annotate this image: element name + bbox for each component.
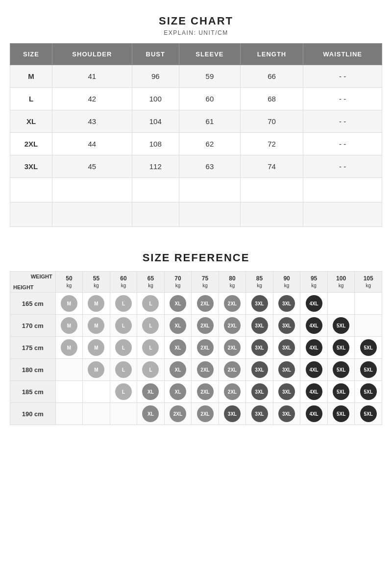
ref-size-cell: 4XL	[300, 381, 328, 403]
ref-size-cell: 4XL	[300, 293, 328, 315]
ref-size-cell: 2XL	[192, 359, 219, 381]
table-row: M41965966- -	[10, 65, 382, 88]
size-bubble: XL	[170, 339, 186, 356]
ref-size-cell: 2XL	[219, 381, 246, 403]
ref-size-cell: XL	[137, 381, 165, 403]
size-chart-header-row: SIZESHOULDERBUSTSLEEVELENGTHWAISTLINE	[10, 44, 382, 65]
size-bubble: 4XL	[306, 317, 322, 334]
ref-size-cell: 3XL	[246, 359, 273, 381]
size-chart-title: SIZE CHART	[10, 15, 382, 27]
ref-size-cell: 3XL	[273, 315, 300, 337]
size-reference-title: SIZE REFERENCE	[10, 251, 382, 264]
ref-size-cell: 4XL	[300, 403, 328, 425]
ref-weight-header: 105kg	[355, 272, 382, 293]
size-bubble: 3XL	[278, 361, 295, 378]
ref-size-cell: M	[83, 293, 110, 315]
size-bubble: 5XL	[360, 339, 377, 356]
size-bubble: M	[61, 317, 77, 334]
ref-size-cell: 2XL	[219, 337, 246, 359]
size-bubble: 3XL	[251, 383, 268, 400]
ref-size-cell	[327, 293, 355, 315]
ref-size-cell: 2XL	[192, 315, 219, 337]
ref-size-cell: M	[55, 293, 83, 315]
ref-size-cell: 5XL	[355, 337, 382, 359]
ref-size-cell: M	[83, 359, 110, 381]
page-container: SIZE CHART EXPLAIN: UNIT/CM SIZESHOULDER…	[10, 15, 382, 425]
ref-weight-header: 75kg	[192, 272, 219, 293]
size-bubble: 5XL	[333, 405, 349, 422]
ref-size-cell: M	[55, 337, 83, 359]
size-bubble: L	[142, 317, 159, 334]
size-chart-section: SIZE CHART EXPLAIN: UNIT/CM SIZESHOULDER…	[10, 15, 382, 227]
size-bubble: 5XL	[360, 361, 377, 378]
size-chart-header-bust: BUST	[132, 44, 179, 65]
ref-size-cell: 3XL	[273, 403, 300, 425]
size-bubble: 2XL	[170, 405, 186, 422]
size-chart-header-size: SIZE	[10, 44, 52, 65]
size-bubble: 4XL	[306, 383, 322, 400]
ref-size-cell: 5XL	[327, 381, 355, 403]
size-bubble: 3XL	[251, 339, 268, 356]
ref-size-cell: XL	[164, 359, 192, 381]
ref-size-cell: 5XL	[327, 315, 355, 337]
ref-size-cell: 2XL	[192, 293, 219, 315]
ref-size-cell: 2XL	[219, 315, 246, 337]
ref-size-cell	[83, 381, 110, 403]
size-bubble: 3XL	[278, 383, 295, 400]
ref-size-cell: 2XL	[192, 403, 219, 425]
ref-size-cell: 3XL	[246, 293, 273, 315]
ref-size-cell: XL	[164, 293, 192, 315]
ref-size-cell: 5XL	[355, 359, 382, 381]
ref-size-cell: XL	[164, 381, 192, 403]
size-bubble: M	[88, 317, 104, 334]
table-row-empty	[10, 202, 382, 227]
ref-size-cell: 4XL	[300, 359, 328, 381]
size-bubble: 3XL	[251, 361, 268, 378]
size-bubble: 2XL	[197, 405, 214, 422]
size-chart-table: SIZESHOULDERBUSTSLEEVELENGTHWAISTLINE M4…	[10, 43, 382, 227]
ref-size-cell	[83, 403, 110, 425]
ref-table-row: 170 cmMMLLXL2XL2XL3XL3XL4XL5XL	[10, 315, 382, 337]
size-bubble: 4XL	[306, 295, 322, 312]
ref-weight-header: 85kg	[246, 272, 273, 293]
corner-header: WEIGHTHEIGHT	[10, 272, 56, 293]
ref-height-cell: 180 cm	[10, 359, 56, 381]
size-bubble: 4XL	[306, 405, 322, 422]
ref-size-cell: 3XL	[273, 359, 300, 381]
size-bubble: 3XL	[278, 295, 295, 312]
size-bubble: 5XL	[360, 383, 377, 400]
ref-size-cell: 2XL	[219, 293, 246, 315]
ref-size-cell: 2XL	[192, 337, 219, 359]
size-bubble: L	[115, 339, 132, 356]
ref-size-cell: 4XL	[300, 315, 328, 337]
ref-size-cell: 3XL	[219, 403, 246, 425]
size-bubble: 2XL	[224, 361, 241, 378]
ref-size-cell: M	[83, 315, 110, 337]
ref-height-cell: 175 cm	[10, 337, 56, 359]
ref-size-cell: L	[137, 293, 165, 315]
ref-size-cell: 3XL	[246, 337, 273, 359]
size-bubble: L	[115, 295, 132, 312]
ref-table-row: 165 cmMMLLXL2XL2XL3XL3XL4XL	[10, 293, 382, 315]
ref-weight-header: 65kg	[137, 272, 165, 293]
size-bubble: 3XL	[251, 317, 268, 334]
size-bubble: 2XL	[197, 317, 214, 334]
ref-size-cell: 2XL	[219, 359, 246, 381]
ref-size-cell: XL	[137, 403, 165, 425]
ref-size-cell	[355, 315, 382, 337]
ref-size-cell: 3XL	[273, 337, 300, 359]
ref-table-row: 180 cmMLLXL2XL2XL3XL3XL4XL5XL5XL	[10, 359, 382, 381]
ref-size-cell: L	[110, 337, 137, 359]
ref-weight-header: 70kg	[164, 272, 192, 293]
ref-weight-header: 60kg	[110, 272, 137, 293]
table-row: L421006068- -	[10, 88, 382, 110]
ref-size-cell: L	[110, 381, 137, 403]
table-row: 3XL451126374- -	[10, 155, 382, 178]
ref-size-cell: L	[110, 359, 137, 381]
size-bubble: 2XL	[224, 295, 241, 312]
size-bubble: 3XL	[278, 339, 295, 356]
size-reference-section: SIZE REFERENCE WEIGHTHEIGHT50kg55kg60kg6…	[10, 251, 382, 425]
size-bubble: 3XL	[251, 295, 268, 312]
ref-table-row: 185 cmLXLXL2XL2XL3XL3XL4XL5XL5XL	[10, 381, 382, 403]
size-bubble: L	[142, 295, 159, 312]
